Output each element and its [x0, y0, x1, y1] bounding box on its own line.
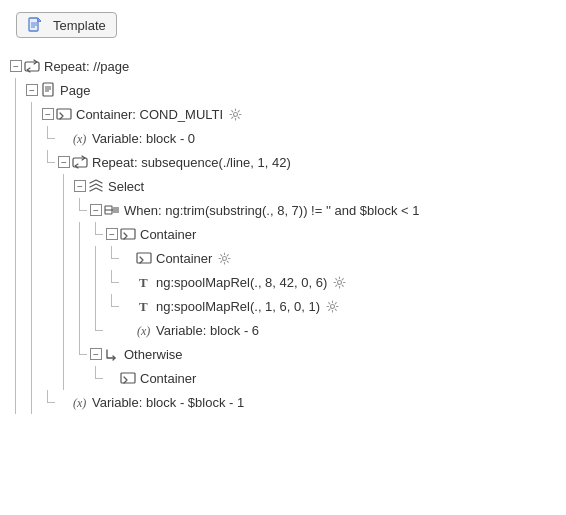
svg-text:(x): (x): [73, 132, 86, 146]
svg-line-43: [335, 278, 336, 279]
svg-rect-27: [137, 253, 151, 263]
when-icon: [104, 202, 120, 218]
node-container-inner1[interactable]: − Container: [8, 222, 558, 246]
svg-text:T: T: [139, 275, 148, 290]
node-repeat-page-label: Repeat: //page: [44, 59, 129, 74]
node-container-otherwise-label: Container: [140, 371, 196, 386]
svg-line-46: [335, 285, 336, 286]
svg-point-11: [233, 112, 237, 116]
template-doc-icon: [27, 17, 43, 33]
toggle-container-inner1[interactable]: −: [104, 226, 120, 242]
node-repeat-subseq-label: Repeat: subsequence(./line, 1, 42): [92, 155, 291, 170]
node-spool2-label: ng:spoolMapRel(., 1, 6, 0, 1): [156, 299, 320, 314]
toggle-repeat-page[interactable]: −: [8, 58, 24, 74]
toggle-when[interactable]: −: [88, 202, 104, 218]
text-icon-spool2: T: [136, 298, 152, 314]
otherwise-icon: [104, 346, 120, 362]
template-tree: − Repeat: //page −: [0, 50, 566, 422]
svg-line-53: [328, 302, 329, 303]
container-icon-inner2: [136, 250, 152, 266]
toggle-container-cond[interactable]: −: [40, 106, 56, 122]
svg-line-45: [342, 278, 343, 279]
node-select[interactable]: − Select: [8, 174, 558, 198]
node-spool1-label: ng:spoolMapRel(., 8, 42, 0, 6): [156, 275, 327, 290]
svg-line-36: [221, 261, 222, 262]
node-container-inner1-label: Container: [140, 227, 196, 242]
svg-marker-1: [38, 18, 41, 21]
spacer4: [120, 298, 136, 314]
container-icon-inner1: [120, 226, 136, 242]
node-otherwise[interactable]: − Otherwise: [8, 342, 558, 366]
node-variable-block-last-label: Variable: block - $block - 1: [92, 395, 244, 410]
node-container-cond-label: Container: COND_MULTI: [76, 107, 223, 122]
node-container-inner2[interactable]: Container: [8, 246, 558, 270]
svg-line-17: [238, 117, 239, 118]
node-repeat-page[interactable]: − Repeat: //page: [8, 54, 558, 78]
repeat-icon: [24, 58, 40, 74]
node-variable-block-last[interactable]: (x) Variable: block - $block - 1: [8, 390, 558, 414]
toggle-otherwise[interactable]: −: [88, 346, 104, 362]
variable-icon-6: (x): [136, 322, 152, 338]
node-variable-block6-label: Variable: block - 6: [156, 323, 259, 338]
svg-text:(x): (x): [137, 324, 150, 338]
container-icon: [56, 106, 72, 122]
node-container-cond[interactable]: − Container: COND_MULTI: [8, 102, 558, 126]
svg-line-35: [227, 254, 228, 255]
spacer6: [104, 370, 120, 386]
node-when[interactable]: − When: ng:trim(substring(., 8, 7)) != '…: [8, 198, 558, 222]
node-variable-block0-label: Variable: block - 0: [92, 131, 195, 146]
node-page-label: Page: [60, 83, 90, 98]
node-variable-block6[interactable]: (x) Variable: block - 6: [8, 318, 558, 342]
gear-container-inner2[interactable]: [216, 250, 232, 266]
node-otherwise-label: Otherwise: [124, 347, 183, 362]
svg-line-18: [238, 110, 239, 111]
node-container-inner2-label: Container: [156, 251, 212, 266]
svg-line-54: [335, 309, 336, 310]
node-when-label: When: ng:trim(substring(., 8, 7)) != '' …: [124, 203, 419, 218]
select-icon: [88, 178, 104, 194]
toggle-select[interactable]: −: [72, 178, 88, 194]
spacer3: [120, 274, 136, 290]
svg-line-44: [342, 285, 343, 286]
svg-rect-58: [121, 373, 135, 383]
spacer7: [56, 394, 72, 410]
gear-spool1[interactable]: [331, 274, 347, 290]
svg-text:T: T: [139, 299, 148, 314]
node-spool1[interactable]: T ng:spoolMapRel(., 8, 42, 0, 6): [8, 270, 558, 294]
spacer2: [120, 250, 136, 266]
svg-line-16: [231, 110, 232, 111]
template-label: Template: [53, 18, 106, 33]
container-icon-otherwise: [120, 370, 136, 386]
svg-line-19: [231, 117, 232, 118]
svg-line-34: [227, 261, 228, 262]
variable-icon-0: (x): [72, 130, 88, 146]
svg-point-38: [337, 280, 341, 284]
svg-text:(x): (x): [73, 396, 86, 410]
spacer5: [104, 322, 120, 338]
svg-point-48: [330, 304, 334, 308]
svg-point-28: [222, 256, 226, 260]
node-spool2[interactable]: T ng:spoolMapRel(., 1, 6, 0, 1): [8, 294, 558, 318]
node-page[interactable]: − Page: [8, 78, 558, 102]
page-icon: [40, 82, 56, 98]
svg-rect-26: [121, 229, 135, 239]
repeat-icon-subseq: [72, 154, 88, 170]
spacer5b: [120, 322, 136, 338]
template-button[interactable]: Template: [16, 12, 117, 38]
svg-line-56: [328, 309, 329, 310]
spacer1: [56, 130, 72, 146]
toggle-repeat-subseq[interactable]: −: [56, 154, 72, 170]
svg-line-55: [335, 302, 336, 303]
node-container-otherwise[interactable]: Container: [8, 366, 558, 390]
text-icon-spool1: T: [136, 274, 152, 290]
node-variable-block0[interactable]: (x) Variable: block - 0: [8, 126, 558, 150]
node-select-label: Select: [108, 179, 144, 194]
variable-icon-last: (x): [72, 394, 88, 410]
svg-rect-10: [57, 109, 71, 119]
svg-line-33: [221, 254, 222, 255]
node-repeat-subseq[interactable]: − Repeat: subsequence(./line, 1, 42): [8, 150, 558, 174]
gear-spool2[interactable]: [324, 298, 340, 314]
gear-container-cond[interactable]: [227, 106, 243, 122]
toggle-page[interactable]: −: [24, 82, 40, 98]
